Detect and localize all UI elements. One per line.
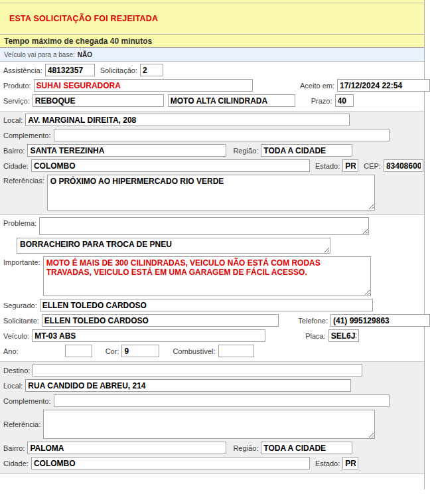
- cor-input[interactable]: [121, 345, 159, 357]
- placa-label: Placa:: [305, 332, 326, 340]
- origin-section: Local: Complemento: Bairro: Região: Cida…: [0, 111, 424, 215]
- destination-reference-row: Referência:: [3, 410, 424, 439]
- destino-label: Destino:: [3, 367, 30, 375]
- segurado-label: Segurado:: [3, 301, 37, 309]
- origin-regiao-label: Região:: [233, 147, 258, 155]
- servico-detalhe-input[interactable]: [168, 94, 295, 107]
- assistencia-label: Assistência:: [3, 66, 42, 74]
- origin-local-label: Local:: [3, 116, 23, 124]
- destino-cidade-label: Cidade:: [3, 460, 29, 467]
- origin-estado-input[interactable]: [342, 159, 358, 172]
- destino-input[interactable]: [33, 364, 362, 377]
- origin-references-row: Referências: O PRÓXIMO AO HIPERMERCADO R…: [3, 175, 424, 210]
- occurrence-section: Problema: BORRACHEIRO PARA TROCA DE PNEU…: [0, 215, 424, 361]
- origin-local-input[interactable]: [25, 114, 350, 126]
- origin-district-row: Bairro: Região:: [3, 144, 424, 157]
- ano-label: Ano:: [3, 347, 19, 355]
- combustivel-label: Combustível:: [173, 347, 215, 355]
- destino-bairro-label: Bairro:: [3, 444, 25, 452]
- origin-cidade-label: Cidade:: [3, 162, 29, 170]
- vehicle-detail-row: Ano: Cor: Combustível:: [3, 345, 424, 357]
- max-arrival-banner: Tempo máximo de chegada 40 minutos: [0, 35, 424, 48]
- vehicle-to-base-label: Veículo vai para a base:: [4, 51, 75, 58]
- origin-complemento-label: Complemento:: [3, 131, 51, 139]
- produto-input[interactable]: [34, 79, 253, 92]
- aceito-em-input[interactable]: [337, 79, 430, 92]
- placa-input[interactable]: [328, 329, 359, 342]
- destino-regiao-input[interactable]: [261, 442, 352, 454]
- destino-estado-label: Estado:: [315, 460, 340, 467]
- origin-bairro-input[interactable]: [27, 144, 226, 157]
- service-row: Serviço: Prazo:: [3, 94, 424, 107]
- vehicle-to-base-bar: Veículo vai para a base: NÃO: [0, 48, 424, 62]
- destino-estado-input[interactable]: [342, 457, 358, 469]
- vehicle-row: Veículo: Placa:: [3, 329, 424, 342]
- destino-cidade-input[interactable]: [31, 457, 310, 469]
- destination-district-row: Bairro: Região:: [3, 442, 424, 454]
- solicitacao-label: Solicitação:: [100, 66, 137, 74]
- origin-city-row: Cidade: Estado: CEP:: [3, 159, 424, 172]
- rejected-banner-text: ESTA SOLICITAÇÃO FOI REJEITADA: [9, 14, 158, 23]
- destino-bairro-input[interactable]: [27, 442, 226, 454]
- combustivel-input[interactable]: [218, 345, 254, 357]
- solicitante-label: Solicitante:: [3, 317, 39, 325]
- origin-cidade-input[interactable]: [31, 159, 310, 172]
- cor-label: Cor:: [106, 347, 119, 355]
- assistance-row: Assistência: Solicitação:: [3, 64, 424, 76]
- servico-label: Serviço:: [3, 97, 30, 105]
- telefone-input[interactable]: [330, 314, 430, 327]
- origin-complement-row: Complemento:: [3, 129, 424, 141]
- origin-estado-label: Estado:: [315, 162, 340, 170]
- prazo-label: Prazo:: [311, 97, 332, 105]
- origin-cep-input[interactable]: [384, 159, 423, 172]
- origin-cep-label: CEP:: [364, 162, 381, 170]
- origin-complemento-input[interactable]: [54, 129, 390, 141]
- problem-row: Problema:: [3, 217, 424, 235]
- aceito-em-label: Aceito em:: [300, 82, 334, 90]
- problema-label: Problema:: [3, 217, 36, 227]
- destination-row: Destino:: [3, 364, 424, 377]
- destino-complemento-input[interactable]: [54, 394, 390, 407]
- assistencia-input[interactable]: [45, 64, 95, 76]
- max-arrival-text: Tempo máximo de chegada 40 minutos: [4, 37, 152, 46]
- requester-row: Solicitante: Telefone:: [3, 314, 424, 327]
- destination-complement-row: Complemento:: [3, 394, 424, 407]
- origin-referencias-textarea[interactable]: O PRÓXIMO AO HIPERMERCADO RIO VERDE: [47, 175, 375, 210]
- importante-label: Importante:: [3, 256, 40, 266]
- segurado-input[interactable]: [40, 299, 373, 311]
- prazo-input[interactable]: [335, 94, 354, 107]
- destino-referencia-textarea[interactable]: [43, 410, 375, 439]
- telefone-label: Telefone:: [298, 317, 328, 325]
- destino-regiao-label: Região:: [233, 444, 258, 452]
- origin-referencias-label: Referências:: [3, 175, 44, 185]
- destination-section: Destino: Local: Complemento: Referência:…: [0, 361, 424, 474]
- origin-local-row: Local:: [3, 114, 424, 126]
- rejected-banner: ESTA SOLICITAÇÃO FOI REJEITADA: [0, 3, 424, 35]
- vehicle-to-base-value: NÃO: [78, 51, 92, 58]
- destino-local-input[interactable]: [25, 379, 351, 392]
- problema-textarea[interactable]: [39, 217, 369, 235]
- problema-detalhe-textarea[interactable]: BORRACHEIRO PARA TROCA DE PNEU: [17, 238, 330, 254]
- origin-regiao-input[interactable]: [261, 144, 352, 157]
- insured-row: Segurado:: [3, 299, 424, 311]
- destino-referencia-label: Referência:: [3, 420, 40, 428]
- solicitante-input[interactable]: [42, 314, 279, 327]
- veiculo-label: Veículo:: [3, 332, 29, 340]
- destino-complemento-label: Complemento:: [3, 397, 51, 405]
- solicitacao-input[interactable]: [140, 64, 163, 76]
- request-section: Assistência: Solicitação: Produto: Aceit…: [0, 62, 424, 111]
- origin-bairro-label: Bairro:: [3, 147, 25, 155]
- importante-textarea[interactable]: MOTO É MAIS DE 300 CILINDRADAS, VEICULO …: [43, 256, 371, 296]
- destination-local-row: Local:: [3, 379, 424, 392]
- produto-label: Produto:: [3, 82, 31, 90]
- request-detail-page: ESTA SOLICITAÇÃO FOI REJEITADA Tempo máx…: [0, 0, 425, 489]
- problem-detail-row: BORRACHEIRO PARA TROCA DE PNEU: [3, 238, 424, 254]
- ano-input[interactable]: [65, 345, 92, 357]
- important-row: Importante: MOTO É MAIS DE 300 CILINDRAD…: [3, 256, 424, 296]
- destino-local-label: Local:: [3, 382, 23, 390]
- veiculo-input[interactable]: [32, 329, 265, 342]
- destination-city-row: Cidade: Estado:: [3, 457, 424, 469]
- product-row: Produto: Aceito em:: [3, 79, 424, 92]
- servico-input[interactable]: [33, 94, 164, 107]
